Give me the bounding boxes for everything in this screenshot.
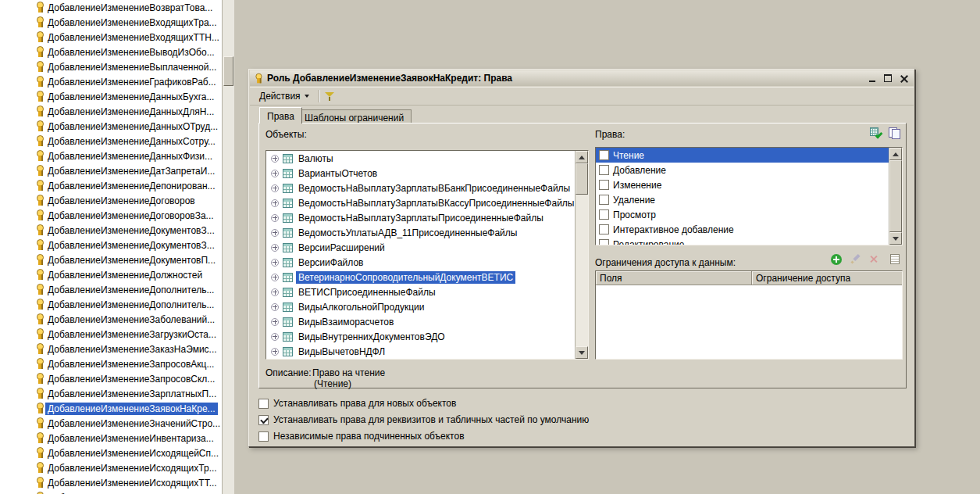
role-tree-item[interactable]: ДобавлениеИзменениеВходящихТра... (0, 15, 222, 30)
object-row[interactable]: Валюты (266, 151, 588, 166)
expand-plus-icon[interactable] (271, 259, 279, 267)
filter-icon[interactable] (324, 91, 336, 102)
role-tree-item[interactable]: ДобавлениеИзменениеИсходящихТТ... (0, 475, 222, 490)
option-row[interactable]: Независимые права подчиненных объектов (258, 430, 589, 442)
restriction-templates-icon[interactable] (890, 254, 900, 264)
option-row[interactable]: Устанавливать права для реквизитов и таб… (258, 413, 589, 426)
role-tree-item[interactable]: ДобавлениеИзменениеЗаболеваний... (0, 312, 222, 327)
role-tree-item[interactable]: ДобавлениеИзменениеИсходящейСп... (0, 446, 222, 460)
expand-plus-icon[interactable] (271, 244, 279, 252)
role-tree-item[interactable]: ДобавлениеИзменениеДанныхОТруд... (0, 119, 222, 134)
role-tree-item[interactable]: ДобавлениеИзменениеВыводИзОбо... (0, 45, 222, 59)
right-row[interactable]: Редактирование (596, 237, 902, 245)
object-row[interactable]: ВидыВычетовНДФЛ (266, 344, 588, 359)
role-tree-item[interactable]: ДобавлениеИзменениеВыплаченной... (0, 59, 222, 74)
roles-tree-scrollbar[interactable] (222, 0, 234, 494)
set-all-rights-icon[interactable] (870, 127, 882, 138)
rights-scrollbar[interactable] (889, 148, 902, 245)
right-checkbox[interactable] (599, 209, 609, 220)
objects-scrollbar-thumb[interactable] (576, 163, 588, 195)
objects-scroll-up-button[interactable] (576, 151, 588, 163)
right-checkbox[interactable] (599, 150, 609, 160)
object-row[interactable]: ВЕТИСПрисоединенныеФайлы (266, 285, 588, 299)
right-row[interactable]: Изменение (596, 177, 902, 192)
expand-plus-icon[interactable] (271, 333, 279, 341)
delete-restriction-icon[interactable] (868, 254, 878, 264)
right-row[interactable]: Удаление (596, 192, 902, 207)
right-row[interactable]: Чтение (596, 148, 902, 163)
close-button[interactable] (897, 73, 911, 84)
role-tree-item[interactable]: ДобавлениеИзменениеВозвратТова... (0, 0, 222, 15)
object-row[interactable]: ВидыВнутреннихДокументовЭДО (266, 329, 588, 344)
dialog-titlebar[interactable]: Роль ДобавлениеИзменениеЗаявокНаКредит: … (250, 70, 914, 86)
expand-plus-icon[interactable] (271, 288, 279, 296)
expand-plus-icon[interactable] (271, 303, 279, 311)
expand-plus-icon[interactable] (271, 199, 279, 207)
role-tree-item[interactable]: ДобавлениеИзменениеДанныхДляН... (0, 104, 222, 119)
role-tree-item[interactable]: ДобавлениеИзменениеДолжностей (0, 267, 222, 282)
right-row[interactable]: Добавление (596, 163, 902, 177)
expand-plus-icon[interactable] (271, 170, 279, 177)
role-tree-item[interactable]: ДобавлениеИзменениеЗаказНаЭмис... (0, 342, 222, 356)
expand-plus-icon[interactable] (271, 348, 279, 356)
tab-rights[interactable]: Права (259, 107, 302, 123)
objects-scroll-down-button[interactable] (576, 346, 588, 359)
object-row[interactable]: ВерсииФайлов (266, 255, 588, 270)
tab-restriction-templates[interactable]: Шаблоны ограничений (297, 109, 412, 123)
role-tree-item[interactable]: ДобавлениеИзменениеВходящихТТН... (0, 30, 222, 45)
role-tree-item[interactable]: ДобавлениеИзменениеДоговоровЗа... (0, 208, 222, 223)
role-tree-item[interactable]: ДобавлениеИзменениеЗапросовСкл... (0, 371, 222, 386)
role-tree-item[interactable]: ДобавлениеИзменениеДополнитель... (0, 282, 222, 297)
rights-scroll-down-button[interactable] (889, 232, 902, 245)
expand-plus-icon[interactable] (271, 214, 279, 222)
option-checkbox[interactable] (258, 431, 269, 442)
role-tree-item[interactable]: ДобавлениеИзменениеДепонирован... (0, 178, 222, 193)
object-row[interactable]: ВедомостьУплатыАДВ_11ПрисоединенныеФайлы (266, 225, 588, 240)
role-tree-item[interactable]: ДобавлениеИзменениеДанныхБухга... (0, 89, 222, 104)
object-row[interactable]: ВариантыОтчетов (266, 166, 588, 181)
object-row[interactable]: ВедомостьНаВыплатуЗарплатыПрисоединенные… (266, 210, 588, 225)
role-tree-item[interactable]: ДобавлениеИзменениеДокументовЗ... (0, 238, 222, 252)
role-tree-item[interactable]: ДобавлениеИзменениеИсходящихТр... (0, 460, 222, 475)
right-checkbox[interactable] (599, 239, 609, 245)
role-tree-item[interactable]: ДобавлениеИзменениеИнвентариза... (0, 431, 222, 446)
role-tree-item[interactable]: ДобавлениеИзменениеДанныхСотру... (0, 134, 222, 149)
maximize-button[interactable] (882, 73, 895, 84)
option-checkbox[interactable] (258, 399, 269, 409)
add-restriction-icon[interactable] (831, 254, 842, 265)
expand-plus-icon[interactable] (271, 229, 279, 237)
role-tree-item[interactable]: ДобавлениеИзменениеДокументовЗ... (0, 223, 222, 238)
role-tree-item[interactable]: ДобавлениеИзменениеЗапросовАкц... (0, 356, 222, 371)
object-row[interactable]: ВетеринарноСопроводительныйДокументВЕТИС (266, 270, 588, 285)
roles-tree-scrollbar-thumb[interactable] (223, 56, 233, 86)
expand-plus-icon[interactable] (271, 318, 279, 326)
role-tree-item[interactable]: ДобавлениеИзменениеДатЗапретаИ... (0, 163, 222, 178)
role-tree-item[interactable]: ДобавлениеИзменениеЗарплатныхП... (0, 386, 222, 401)
right-checkbox[interactable] (599, 165, 609, 175)
object-row[interactable]: ВедомостьНаВыплатуЗарплатыВКассуПрисоеди… (266, 195, 588, 210)
right-checkbox[interactable] (599, 180, 609, 190)
actions-menu-button[interactable]: Действия (255, 88, 314, 104)
right-checkbox[interactable] (599, 195, 609, 205)
role-tree-item[interactable]: ДобавлениеИзменениеКалендарных... (0, 490, 222, 494)
object-row[interactable]: ВидыВзаиморасчетов (266, 314, 588, 329)
objects-scrollbar[interactable] (575, 151, 588, 359)
role-tree-item[interactable]: ДобавлениеИзменениеЗначенийСтро... (0, 416, 222, 431)
object-row[interactable]: ВерсииРасширений (266, 240, 588, 255)
role-tree-item[interactable]: ДобавлениеИзменениеДанныхФизи... (0, 149, 222, 163)
role-tree-item[interactable]: ДобавлениеИзменениеДокументовП... (0, 252, 222, 267)
right-row[interactable]: Интерактивное добавление (596, 222, 902, 237)
expand-plus-icon[interactable] (271, 155, 279, 163)
role-tree-item[interactable]: ДобавлениеИзменениеГрафиковРаб... (0, 74, 222, 89)
object-row[interactable]: ВедомостьНаВыплатуЗарплатыВБанкПрисоедин… (266, 181, 588, 195)
expand-plus-icon[interactable] (271, 274, 279, 281)
right-checkbox[interactable] (599, 224, 609, 234)
role-tree-item[interactable]: ДобавлениеИзменениеДополнитель... (0, 297, 222, 312)
minimize-button[interactable] (866, 73, 879, 84)
role-tree-item[interactable]: ДобавлениеИзменениеДоговоров (0, 193, 222, 208)
edit-restriction-icon[interactable] (850, 254, 861, 264)
copy-rights-icon[interactable] (888, 127, 900, 138)
rights-scrollbar-thumb[interactable] (889, 160, 902, 232)
expand-plus-icon[interactable] (271, 184, 279, 192)
option-checkbox[interactable] (258, 415, 269, 425)
